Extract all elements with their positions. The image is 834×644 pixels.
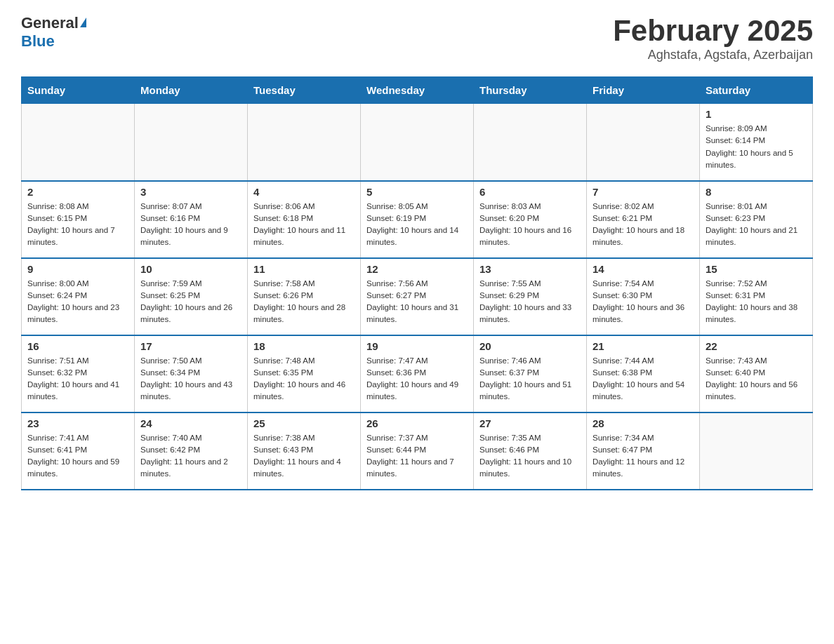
table-row: 9Sunrise: 8:00 AMSunset: 6:24 PMDaylight… [22,258,135,335]
day-info: Sunrise: 8:03 AMSunset: 6:20 PMDaylight:… [479,201,581,249]
day-number: 26 [366,417,468,429]
title-block: February 2025 Aghstafa, Agstafa, Azerbai… [613,14,813,62]
logo-triangle-icon [80,18,86,27]
day-number: 27 [479,417,581,429]
day-info: Sunrise: 8:09 AMSunset: 6:14 PMDaylight:… [706,123,807,171]
day-info: Sunrise: 7:40 AMSunset: 6:42 PMDaylight:… [140,432,241,481]
table-row: 22Sunrise: 7:43 AMSunset: 6:40 PMDayligh… [700,335,813,412]
table-row [135,104,248,181]
calendar-header: Sunday Monday Tuesday Wednesday Thursday… [22,77,813,104]
table-row: 1Sunrise: 8:09 AMSunset: 6:14 PMDaylight… [700,104,813,181]
day-number: 17 [140,340,241,352]
header-thursday: Thursday [474,77,587,104]
day-number: 22 [706,340,807,352]
day-info: Sunrise: 7:38 AMSunset: 6:43 PMDaylight:… [253,432,355,481]
day-number: 10 [140,263,241,275]
day-info: Sunrise: 7:37 AMSunset: 6:44 PMDaylight:… [366,432,468,481]
day-number: 3 [140,186,241,198]
logo-general-text: General [21,14,79,32]
day-info: Sunrise: 7:59 AMSunset: 6:25 PMDaylight:… [140,278,241,326]
table-row: 25Sunrise: 7:38 AMSunset: 6:43 PMDayligh… [248,412,361,490]
day-number: 6 [479,186,581,198]
table-row: 24Sunrise: 7:40 AMSunset: 6:42 PMDayligh… [135,412,248,490]
day-info: Sunrise: 8:05 AMSunset: 6:19 PMDaylight:… [366,201,468,249]
table-row: 15Sunrise: 7:52 AMSunset: 6:31 PMDayligh… [700,258,813,335]
page-title: February 2025 [613,14,813,48]
table-row [587,104,700,181]
calendar-week-row: 16Sunrise: 7:51 AMSunset: 6:32 PMDayligh… [22,335,813,412]
day-number: 5 [366,186,468,198]
day-info: Sunrise: 7:50 AMSunset: 6:34 PMDaylight:… [140,355,241,403]
table-row: 8Sunrise: 8:01 AMSunset: 6:23 PMDaylight… [700,181,813,258]
calendar-table: Sunday Monday Tuesday Wednesday Thursday… [21,76,813,490]
day-number: 16 [27,340,128,352]
day-number: 2 [27,186,128,198]
day-info: Sunrise: 7:46 AMSunset: 6:37 PMDaylight:… [479,355,581,403]
day-info: Sunrise: 7:51 AMSunset: 6:32 PMDaylight:… [27,355,128,403]
table-row: 12Sunrise: 7:56 AMSunset: 6:27 PMDayligh… [361,258,474,335]
table-row: 14Sunrise: 7:54 AMSunset: 6:30 PMDayligh… [587,258,700,335]
table-row [361,104,474,181]
calendar-body: 1Sunrise: 8:09 AMSunset: 6:14 PMDaylight… [22,104,813,490]
table-row: 10Sunrise: 7:59 AMSunset: 6:25 PMDayligh… [135,258,248,335]
day-number: 15 [706,263,807,275]
day-info: Sunrise: 7:41 AMSunset: 6:41 PMDaylight:… [27,432,128,481]
day-info: Sunrise: 7:47 AMSunset: 6:36 PMDaylight:… [366,355,468,403]
table-row: 13Sunrise: 7:55 AMSunset: 6:29 PMDayligh… [474,258,587,335]
table-row: 3Sunrise: 8:07 AMSunset: 6:16 PMDaylight… [135,181,248,258]
table-row: 23Sunrise: 7:41 AMSunset: 6:41 PMDayligh… [22,412,135,490]
calendar-week-row: 2Sunrise: 8:08 AMSunset: 6:15 PMDaylight… [22,181,813,258]
table-row [22,104,135,181]
table-row [248,104,361,181]
day-number: 9 [27,263,128,275]
day-number: 12 [366,263,468,275]
logo-blue-text: Blue [21,32,86,51]
day-number: 11 [253,263,355,275]
day-info: Sunrise: 7:48 AMSunset: 6:35 PMDaylight:… [253,355,355,403]
day-number: 24 [140,417,241,429]
table-row: 20Sunrise: 7:46 AMSunset: 6:37 PMDayligh… [474,335,587,412]
table-row [700,412,813,490]
calendar-week-row: 23Sunrise: 7:41 AMSunset: 6:41 PMDayligh… [22,412,813,490]
table-row: 16Sunrise: 7:51 AMSunset: 6:32 PMDayligh… [22,335,135,412]
table-row: 18Sunrise: 7:48 AMSunset: 6:35 PMDayligh… [248,335,361,412]
table-row: 6Sunrise: 8:03 AMSunset: 6:20 PMDaylight… [474,181,587,258]
header-saturday: Saturday [700,77,813,104]
day-info: Sunrise: 7:55 AMSunset: 6:29 PMDaylight:… [479,278,581,326]
header-monday: Monday [135,77,248,104]
logo: General Blue [21,14,86,51]
day-number: 28 [593,417,694,429]
day-number: 19 [366,340,468,352]
day-info: Sunrise: 7:52 AMSunset: 6:31 PMDaylight:… [706,278,807,326]
table-row: 27Sunrise: 7:35 AMSunset: 6:46 PMDayligh… [474,412,587,490]
day-info: Sunrise: 8:01 AMSunset: 6:23 PMDaylight:… [706,201,807,249]
day-info: Sunrise: 7:34 AMSunset: 6:47 PMDaylight:… [593,432,694,481]
day-number: 14 [593,263,694,275]
day-info: Sunrise: 7:56 AMSunset: 6:27 PMDaylight:… [366,278,468,326]
day-number: 21 [593,340,694,352]
day-info: Sunrise: 7:54 AMSunset: 6:30 PMDaylight:… [593,278,694,326]
header-sunday: Sunday [22,77,135,104]
day-info: Sunrise: 8:02 AMSunset: 6:21 PMDaylight:… [593,201,694,249]
table-row: 4Sunrise: 8:06 AMSunset: 6:18 PMDaylight… [248,181,361,258]
day-info: Sunrise: 7:35 AMSunset: 6:46 PMDaylight:… [479,432,581,481]
weekday-header-row: Sunday Monday Tuesday Wednesday Thursday… [22,77,813,104]
day-number: 13 [479,263,581,275]
table-row: 2Sunrise: 8:08 AMSunset: 6:15 PMDaylight… [22,181,135,258]
day-info: Sunrise: 8:08 AMSunset: 6:15 PMDaylight:… [27,201,128,249]
table-row: 7Sunrise: 8:02 AMSunset: 6:21 PMDaylight… [587,181,700,258]
day-number: 25 [253,417,355,429]
calendar-week-row: 9Sunrise: 8:00 AMSunset: 6:24 PMDaylight… [22,258,813,335]
header-friday: Friday [587,77,700,104]
day-number: 20 [479,340,581,352]
table-row: 5Sunrise: 8:05 AMSunset: 6:19 PMDaylight… [361,181,474,258]
table-row: 26Sunrise: 7:37 AMSunset: 6:44 PMDayligh… [361,412,474,490]
day-number: 1 [706,108,807,120]
day-info: Sunrise: 8:06 AMSunset: 6:18 PMDaylight:… [253,201,355,249]
day-number: 18 [253,340,355,352]
day-number: 4 [253,186,355,198]
day-info: Sunrise: 7:44 AMSunset: 6:38 PMDaylight:… [593,355,694,403]
header-wednesday: Wednesday [361,77,474,104]
day-info: Sunrise: 8:07 AMSunset: 6:16 PMDaylight:… [140,201,241,249]
calendar-week-row: 1Sunrise: 8:09 AMSunset: 6:14 PMDaylight… [22,104,813,181]
